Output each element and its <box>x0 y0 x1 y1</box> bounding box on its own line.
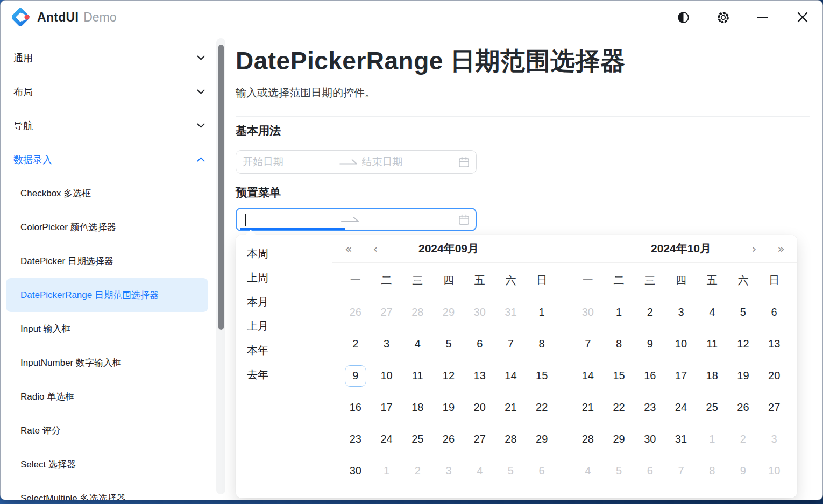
calendar-day[interactable]: 24 <box>380 433 392 445</box>
prev-year-button[interactable]: « <box>339 235 358 262</box>
calendar-day[interactable]: 27 <box>380 306 392 318</box>
calendar-day[interactable]: 19 <box>737 370 749 382</box>
calendar-day[interactable]: 8 <box>709 465 715 477</box>
calendar-day[interactable]: 7 <box>585 338 591 350</box>
calendar-day[interactable]: 26 <box>737 401 749 414</box>
calendar-day[interactable]: 22 <box>536 401 548 414</box>
calendar-day[interactable]: 14 <box>505 370 516 382</box>
prev-month-button[interactable]: ‹ <box>366 235 385 262</box>
calendar-day[interactable]: 31 <box>505 306 516 318</box>
calendar-day[interactable]: 9 <box>740 465 746 477</box>
preset-item-4[interactable]: 本年 <box>236 338 332 363</box>
close-button[interactable] <box>789 5 816 30</box>
preset-item-3[interactable]: 上月 <box>236 314 332 338</box>
sidebar-item-3-8[interactable]: Select 选择器 <box>6 448 208 481</box>
sidebar-item-3-1[interactable]: ColorPicker 颜色选择器 <box>6 210 208 244</box>
calendar-day[interactable]: 16 <box>644 370 656 382</box>
sidebar-scrollbar-thumb[interactable] <box>218 45 224 330</box>
calendar-day[interactable]: 19 <box>443 401 455 414</box>
calendar-day[interactable]: 2 <box>352 338 358 350</box>
calendar-day[interactable]: 6 <box>539 465 545 477</box>
calendar-day[interactable]: 13 <box>474 370 486 382</box>
calendar-day[interactable]: 20 <box>768 370 780 382</box>
calendar-day[interactable]: 30 <box>582 306 594 318</box>
calendar-day[interactable]: 15 <box>536 370 548 382</box>
sidebar-item-3-6[interactable]: Radio 单选框 <box>6 380 208 414</box>
calendar-day[interactable]: 13 <box>768 338 780 350</box>
preset-item-5[interactable]: 去年 <box>236 363 332 387</box>
calendar-day[interactable]: 28 <box>412 306 423 318</box>
calendar-day[interactable]: 10 <box>768 465 780 477</box>
calendar-day[interactable]: 6 <box>647 465 653 477</box>
calendar-day[interactable]: 3 <box>384 338 389 350</box>
calendar-day[interactable]: 21 <box>582 401 594 414</box>
calendar-day[interactable]: 1 <box>539 306 545 318</box>
calendar-day[interactable]: 9 <box>647 338 653 350</box>
theme-toggle-button[interactable] <box>670 5 697 30</box>
calendar-day[interactable]: 26 <box>443 433 455 445</box>
calendar-day[interactable]: 30 <box>350 465 361 477</box>
calendar-day[interactable]: 17 <box>675 370 687 382</box>
calendar-day[interactable]: 1 <box>384 465 389 477</box>
sidebar-item-3-9[interactable]: SelectMultiple 多选选择器 <box>6 481 208 500</box>
calendar-day[interactable]: 4 <box>709 306 715 318</box>
titlebar[interactable]: AntdUI Demo <box>1 1 822 34</box>
calendar-day[interactable]: 28 <box>505 433 516 445</box>
next-year-button[interactable]: » <box>771 235 791 262</box>
calendar-day[interactable]: 25 <box>706 401 718 414</box>
calendar-day[interactable]: 23 <box>350 433 361 445</box>
calendar-day[interactable]: 18 <box>706 370 718 382</box>
calendar-day[interactable]: 2 <box>415 465 421 477</box>
minimize-button[interactable] <box>749 5 776 30</box>
calendar-day[interactable]: 29 <box>536 433 548 445</box>
calendar-day[interactable]: 22 <box>613 401 625 414</box>
calendar-day[interactable]: 5 <box>616 465 622 477</box>
calendar-day[interactable]: 24 <box>675 401 687 414</box>
calendar-day[interactable]: 10 <box>380 370 392 382</box>
sidebar-group-0[interactable]: 通用 <box>1 41 216 75</box>
calendar-day[interactable]: 6 <box>771 306 777 318</box>
calendar-day[interactable]: 7 <box>678 465 684 477</box>
calendar-day[interactable]: 27 <box>474 433 486 445</box>
calendar-day[interactable]: 16 <box>350 401 361 414</box>
next-month-button[interactable]: › <box>744 235 764 262</box>
calendar-day[interactable]: 15 <box>613 370 625 382</box>
sidebar-group-2[interactable]: 导航 <box>1 109 216 143</box>
calendar-day[interactable]: 5 <box>445 338 451 350</box>
calendar-day[interactable]: 1 <box>616 306 622 318</box>
sidebar-item-3-7[interactable]: Rate 评分 <box>6 414 208 448</box>
calendar-day[interactable]: 4 <box>585 465 591 477</box>
sidebar-group-3[interactable]: 数据录入 <box>1 143 216 176</box>
calendar-day[interactable]: 7 <box>508 338 514 350</box>
calendar-day[interactable]: 31 <box>675 433 687 445</box>
calendar-day[interactable]: 27 <box>768 401 780 414</box>
date-range-input-presets[interactable] <box>236 208 477 231</box>
calendar-day[interactable]: 4 <box>477 465 483 477</box>
calendar-day[interactable]: 28 <box>582 433 594 445</box>
calendar-day[interactable]: 17 <box>380 401 392 414</box>
sidebar-item-3-5[interactable]: InputNumber 数字输入框 <box>6 346 208 380</box>
calendar-day[interactable]: 5 <box>740 306 746 318</box>
calendar-day[interactable]: 2 <box>740 433 746 445</box>
calendar-day[interactable]: 9 <box>345 365 366 387</box>
calendar-day[interactable]: 20 <box>474 401 486 414</box>
preset-item-2[interactable]: 本月 <box>236 290 332 314</box>
settings-button[interactable] <box>710 5 736 30</box>
calendar-day[interactable]: 2 <box>647 306 653 318</box>
calendar-day[interactable]: 3 <box>445 465 451 477</box>
calendar-day[interactable]: 30 <box>474 306 486 318</box>
calendar-day[interactable]: 1 <box>709 433 715 445</box>
calendar-day[interactable]: 18 <box>412 401 423 414</box>
calendar-day[interactable]: 10 <box>675 338 687 350</box>
calendar-day[interactable]: 29 <box>613 433 625 445</box>
calendar-day[interactable]: 12 <box>737 338 749 350</box>
calendar-day[interactable]: 3 <box>678 306 684 318</box>
date-range-input-basic[interactable]: 开始日期 结束日期 <box>236 150 477 174</box>
sidebar-group-1[interactable]: 布局 <box>1 75 216 109</box>
calendar-day[interactable]: 26 <box>350 306 361 318</box>
calendar-day[interactable]: 25 <box>412 433 423 445</box>
calendar-day[interactable]: 12 <box>443 370 455 382</box>
calendar-day[interactable]: 11 <box>412 370 423 382</box>
calendar-day[interactable]: 11 <box>706 338 718 350</box>
sidebar-item-3-2[interactable]: DatePicker 日期选择器 <box>6 244 208 278</box>
